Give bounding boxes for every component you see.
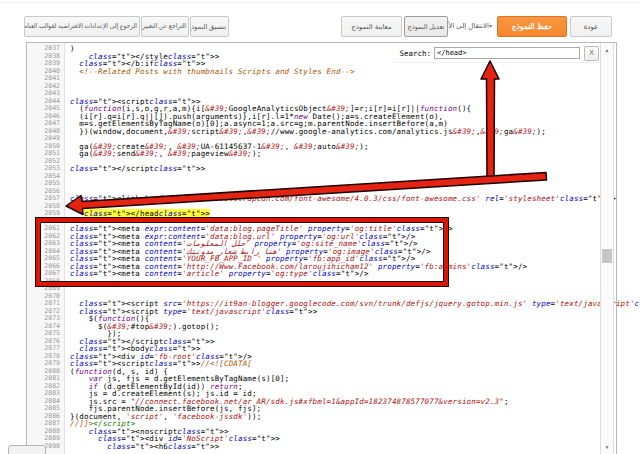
code-text[interactable]: class="t"><h6class="t">> — [70, 442, 219, 451]
edit-template-button[interactable]: تعديل النموذج — [404, 16, 448, 37]
code-line: 2057class="t"><link href='//netdna.boots… — [27, 195, 602, 203]
search-label: Search: — [399, 49, 431, 58]
scroll-down-icon[interactable]: ▼ — [601, 441, 613, 453]
search-bar: Search: X — [393, 44, 599, 63]
top-divider — [0, 2, 640, 3]
revert-changes-button[interactable]: التراجع عن التغييرات — [141, 16, 189, 37]
code-line: 2040 <!--Related Posts with thumbnails S… — [27, 68, 602, 76]
clipped-button[interactable] — [8, 445, 46, 454]
code-line: 2090 class="t"><h6class="t">> — [27, 443, 602, 451]
revert-widget-defaults-button[interactable]: الرجوع إلى الإعدادات الافتراضية لقوالب ا… — [24, 16, 140, 37]
scrollbar-thumb[interactable] — [602, 249, 612, 263]
code-line: 2059 class="t"></headclass="t">> — [27, 210, 602, 218]
code-line: 2067class="t"><meta content='article' pr… — [27, 270, 602, 278]
code-line: 2068 — [27, 278, 602, 286]
code-line: 2041 — [27, 75, 602, 83]
back-button[interactable]: عودة — [570, 16, 612, 37]
code-line: 2051 ga(&#39;send&#39;, &#39;pageview&#3… — [27, 150, 602, 158]
code-line: 2055 — [27, 180, 602, 188]
code-line: 2054 — [27, 173, 602, 181]
format-template-button[interactable]: تنسيق النموذج — [190, 16, 229, 37]
code-line: 2042 — [27, 83, 602, 91]
vertical-scrollbar[interactable]: ▲ ▼ — [600, 43, 614, 454]
chevron-down-icon: ▾ — [489, 23, 492, 29]
save-template-button[interactable]: حفظ النموذج — [497, 16, 567, 37]
search-input[interactable] — [434, 47, 580, 59]
code-editor[interactable]: 2037) 2038 class="t"></styleclass="t">>2… — [26, 42, 617, 454]
scroll-up-icon[interactable]: ▲ — [601, 44, 613, 56]
close-icon[interactable]: X — [584, 46, 599, 61]
code-line: 2069 — [27, 285, 602, 293]
code-line: 2048 })(window,document,&#39;script&#39;… — [27, 128, 602, 136]
preview-template-button[interactable]: معاينة النموذج — [341, 16, 402, 37]
code-line: 2053class="t"></scriptclass="t">> — [27, 165, 602, 173]
code-lines[interactable]: 2037) 2038 class="t"></styleclass="t">>2… — [27, 45, 602, 450]
blogger-template-editor-page: عودة حفظ النموذج ▾الانتقال إلى الأداة تع… — [0, 0, 640, 454]
